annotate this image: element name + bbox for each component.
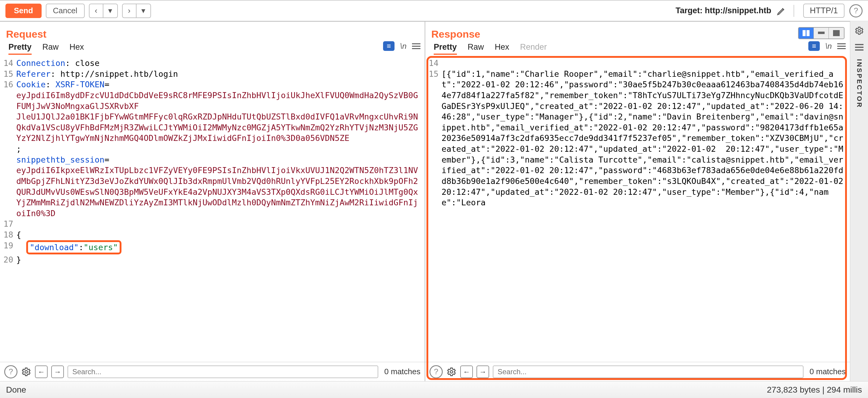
layout-stacked-icon[interactable] <box>814 28 829 38</box>
expand-icon[interactable] <box>855 44 864 51</box>
edit-target-icon[interactable] <box>775 4 788 18</box>
search-prev-button[interactable]: ← <box>35 365 48 378</box>
response-tabs: Pretty Raw Hex Render ≡ \n <box>425 42 850 57</box>
search-settings-icon[interactable] <box>446 367 457 377</box>
search-matches: 0 matches <box>807 367 846 376</box>
view-menu-icon[interactable] <box>837 43 846 49</box>
layout-toggle[interactable] <box>798 27 844 39</box>
settings-icon[interactable] <box>855 26 864 36</box>
response-pane: Response Pretty Raw Hex Render ≡ \n 1415… <box>425 21 850 381</box>
request-tabs: Pretty Raw Hex ≡ \n <box>0 42 425 57</box>
status-bar: Done 273,823 bytes | 294 millis <box>0 381 868 398</box>
layout-side-by-side-icon[interactable] <box>799 28 814 38</box>
search-next-button[interactable]: → <box>476 365 489 378</box>
history-back-button[interactable]: ‹ <box>89 4 103 18</box>
help-icon[interactable]: ? <box>849 4 863 18</box>
newline-toggle[interactable]: \n <box>825 41 832 51</box>
tab-hex[interactable]: Hex <box>495 42 509 55</box>
search-input[interactable] <box>493 365 804 378</box>
response-title: Response <box>425 22 850 42</box>
actions-icon[interactable]: ≡ <box>383 41 395 51</box>
send-button[interactable]: Send <box>5 4 41 18</box>
search-settings-icon[interactable] <box>21 367 31 377</box>
top-toolbar: Send Cancel ‹ ▾ › ▾ Target: http://snipp… <box>0 0 868 21</box>
history-back-group: ‹ ▾ <box>89 4 118 18</box>
tab-pretty[interactable]: Pretty <box>434 42 457 55</box>
search-prev-button[interactable]: ← <box>460 365 473 378</box>
search-help-icon[interactable]: ? <box>430 365 443 378</box>
status-left: Done <box>6 385 26 395</box>
svg-point-2 <box>858 30 861 32</box>
history-forward-group: › ▾ <box>122 4 151 18</box>
history-back-menu[interactable]: ▾ <box>103 4 118 18</box>
search-next-button[interactable]: → <box>51 365 64 378</box>
target-label: Target: http://snippet.htb <box>676 6 771 15</box>
search-input[interactable] <box>67 365 378 378</box>
inspector-label[interactable]: INSPECTOR <box>855 59 863 108</box>
tab-raw[interactable]: Raw <box>468 42 484 55</box>
newline-toggle[interactable]: \n <box>400 41 407 51</box>
history-forward-menu[interactable]: ▾ <box>136 4 151 18</box>
workspace: Request Pretty Raw Hex ≡ \n 14Connection… <box>0 21 868 381</box>
cancel-button[interactable]: Cancel <box>46 4 85 18</box>
history-forward-button[interactable]: › <box>122 4 136 18</box>
svg-point-1 <box>450 370 453 373</box>
tab-hex[interactable]: Hex <box>70 42 84 55</box>
tab-raw[interactable]: Raw <box>42 42 59 55</box>
http-version-selector[interactable]: HTTP/1 <box>803 4 844 18</box>
svg-point-0 <box>25 370 28 373</box>
layout-single-icon[interactable] <box>829 28 844 38</box>
tab-render[interactable]: Render <box>520 42 547 55</box>
actions-icon[interactable]: ≡ <box>808 41 820 51</box>
request-editor[interactable]: 14Connection: close15Referer: http://sni… <box>0 57 425 362</box>
request-title: Request <box>0 22 425 42</box>
view-menu-icon[interactable] <box>412 43 421 49</box>
tab-pretty[interactable]: Pretty <box>8 42 32 55</box>
status-right: 273,823 bytes | 294 millis <box>767 385 862 395</box>
inspector-rail: INSPECTOR <box>850 21 868 381</box>
request-pane: Request Pretty Raw Hex ≡ \n 14Connection… <box>0 21 425 381</box>
search-help-icon[interactable]: ? <box>4 365 18 378</box>
response-editor[interactable]: 1415[{"id":1,"name":"Charlie Rooper","em… <box>425 57 850 362</box>
request-searchbar: ? ← → 0 matches <box>0 362 425 381</box>
response-searchbar: ? ← → 0 matches <box>425 362 850 381</box>
search-matches: 0 matches <box>382 367 421 376</box>
